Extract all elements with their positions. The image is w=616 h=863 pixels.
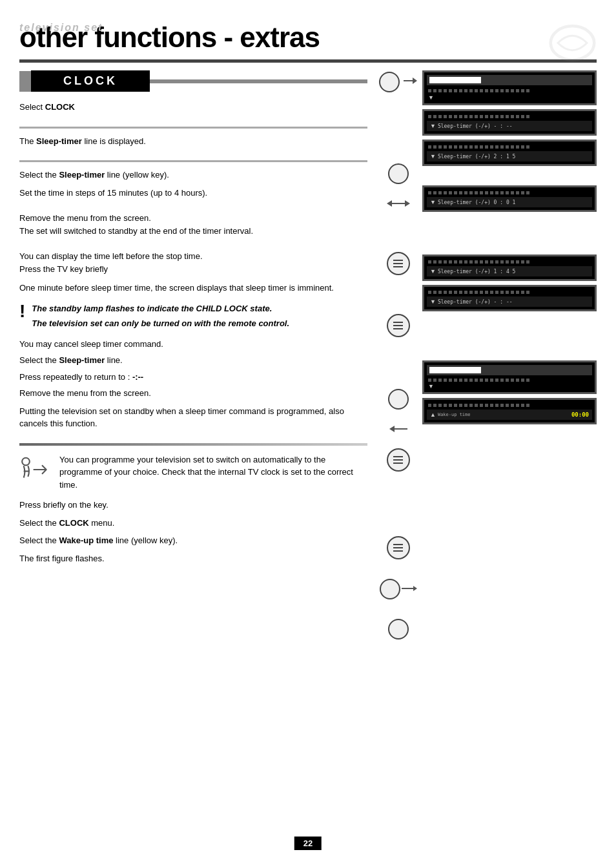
screen4-osd-row: ▼ Sleep-timer (-/+) 0 : 0 1: [430, 199, 589, 205]
dot: [438, 89, 442, 92]
dot: [480, 260, 483, 264]
dot: [459, 260, 462, 264]
screen6-dots: [427, 289, 592, 295]
ctrl-menu-3[interactable]: [387, 448, 410, 472]
dot: [459, 379, 462, 382]
screen-2: ▼ Sleep-timer (-/+) - : --: [422, 109, 597, 136]
dot: [526, 191, 529, 194]
circle-button-3[interactable]: [388, 389, 409, 410]
dot: [449, 379, 452, 382]
dot: [459, 145, 462, 149]
dot: [521, 115, 524, 118]
dot: [521, 89, 524, 92]
dot: [444, 291, 447, 294]
screen6-osd-text: Sleep-timer (-/+) - : --: [438, 299, 513, 305]
instruction-cancel-sleep: You may cancel sleep timer command.: [19, 338, 367, 351]
dot: [475, 145, 478, 149]
header-area: television set other functions - extras: [19, 22, 597, 53]
hamburger-button-4[interactable]: [387, 536, 410, 559]
dot: [444, 260, 447, 264]
ctrl-wakeup-menu[interactable]: [387, 536, 410, 559]
instruction-display-time: You can display the time left before the…: [19, 250, 367, 275]
dot: [464, 145, 467, 149]
circle-button-1[interactable]: [379, 72, 400, 92]
circle-button-4[interactable]: [380, 579, 400, 599]
ctrl-set-time[interactable]: [387, 200, 410, 207]
dot: [511, 89, 514, 92]
dot: [454, 260, 457, 264]
dot: [511, 115, 514, 118]
ctrl-press-return[interactable]: [389, 426, 407, 432]
dot: [469, 404, 473, 407]
dot: [526, 260, 529, 264]
note-texts: The standby lamp flashes to indicate the…: [32, 302, 289, 330]
dot: [449, 115, 452, 118]
dot: [428, 89, 431, 92]
dot: [464, 379, 467, 382]
dot: [454, 191, 457, 194]
dot: [438, 145, 442, 149]
screen8-label: Wake-up time: [438, 412, 471, 417]
dot: [490, 404, 493, 407]
wakeup-intro-row: You can programme your television set to…: [19, 453, 367, 492]
dot: [454, 89, 457, 92]
dot: [469, 260, 473, 264]
dot: [490, 145, 493, 149]
dot: [475, 115, 478, 118]
screen3-arrow-indicator: ▼: [430, 153, 436, 160]
circle-button-5[interactable]: [388, 619, 409, 639]
screen4-dots: [427, 190, 592, 196]
h-line-9: [393, 463, 403, 464]
screen-5: ▼ Sleep-timer (-/+) 1 : 4 5: [422, 255, 597, 281]
hamburger-button-1[interactable]: [387, 252, 410, 275]
dot: [495, 115, 498, 118]
bold-sleep-2: Sleep-timer: [59, 170, 105, 180]
arrow-head-1: [413, 78, 417, 84]
screen6-osd: ▼ Sleep-timer (-/+) - : --: [427, 296, 592, 307]
dot: [428, 291, 431, 294]
dot: [511, 379, 514, 382]
dot: [490, 291, 493, 294]
ctrl-menu-2[interactable]: [387, 314, 410, 337]
dot: [480, 89, 483, 92]
dot: [444, 379, 447, 382]
screen5-dots: [427, 259, 592, 265]
dot: [526, 404, 529, 407]
screen7-top-bar: [427, 365, 592, 375]
circle-button-2[interactable]: [388, 163, 409, 184]
dot: [485, 89, 488, 92]
ctrl-menu-1[interactable]: [387, 252, 410, 275]
dot: [500, 89, 504, 92]
dot: [526, 115, 529, 118]
dot: [475, 89, 478, 92]
note-block: ! The standby lamp flashes to indicate t…: [19, 302, 367, 330]
dot: [469, 291, 473, 294]
h-line-10: [393, 544, 403, 545]
dot: [433, 379, 436, 382]
left-arrow-icon-2: [389, 426, 395, 432]
bold-clock-2: CLOCK: [59, 518, 88, 528]
ctrl-select-wakeup[interactable]: [388, 619, 409, 639]
dot: [511, 260, 514, 264]
dot: [516, 191, 519, 194]
screens-column: ▼: [422, 70, 597, 639]
dot: [438, 379, 442, 382]
dot: [444, 145, 447, 149]
dot: [433, 89, 436, 92]
hamburger-button-3[interactable]: [387, 448, 410, 472]
instruction-standby-cancel: Putting the television set on standby wh…: [19, 405, 367, 430]
screen5-osd-text: Sleep-timer (-/+) 1 : 4 5: [438, 269, 515, 275]
screen8-osd-row: ▲ Wake-up time 00:00: [430, 411, 589, 418]
screen3-osd: ▼ Sleep-timer (-/+) 2 : 1 5: [427, 151, 592, 161]
dot: [480, 291, 483, 294]
clock-tab-left: [19, 71, 31, 92]
ctrl-sleep-timer[interactable]: [388, 163, 409, 184]
ctrl-select-clock-2[interactable]: [380, 579, 417, 599]
dot: [500, 260, 504, 264]
ctrl-select-clock[interactable]: [379, 72, 417, 92]
screen4-osd: ▼ Sleep-timer (-/+) 0 : 0 1: [427, 197, 592, 207]
screen3-osd-row: ▼ Sleep-timer (-/+) 2 : 1 5: [430, 153, 589, 160]
left-text-column: CLOCK Select CLOCK The Sleep-timer line …: [19, 70, 374, 639]
ctrl-cancel-sleep[interactable]: [388, 389, 409, 410]
hamburger-button-2[interactable]: [387, 314, 410, 337]
